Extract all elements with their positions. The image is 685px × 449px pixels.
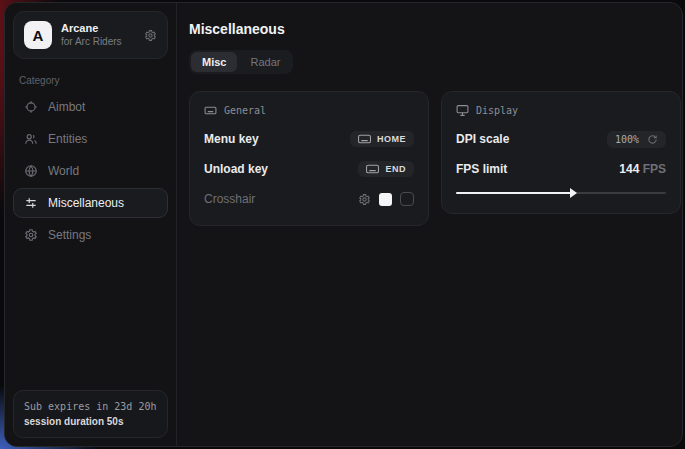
unload-key-button[interactable]: END: [358, 161, 414, 177]
tab-misc[interactable]: Misc: [191, 52, 237, 72]
sidebar-item-label: Aimbot: [48, 100, 85, 114]
dpi-scale-value: 100%: [615, 134, 639, 145]
panel-title: General: [224, 105, 266, 116]
display-panel: Display DPI scale 100% FPS limit: [441, 91, 681, 214]
crosshair-checkbox[interactable]: [400, 192, 414, 206]
crosshair-label: Crosshair: [204, 192, 255, 206]
slider-thumb[interactable]: [570, 188, 577, 198]
sub-expiry-text: Sub expires in 23d 20h: [24, 399, 157, 414]
sidebar-item-world[interactable]: World: [13, 156, 168, 186]
monitor-icon: [456, 104, 469, 117]
slider-fill: [456, 192, 572, 194]
sidebar-item-aimbot[interactable]: Aimbot: [13, 92, 168, 122]
fps-limit-slider[interactable]: [456, 187, 666, 199]
avatar: A: [24, 21, 52, 49]
tab-radar[interactable]: Radar: [239, 52, 291, 72]
keyboard-panel-icon: [204, 104, 217, 117]
crosshair-icon: [23, 100, 38, 114]
dpi-scale-row: DPI scale 100%: [456, 127, 666, 151]
subscription-card: Sub expires in 23d 20h session duration …: [13, 390, 168, 438]
sidebar-item-miscellaneous[interactable]: Miscellaneous: [13, 188, 168, 218]
app-subtitle: for Arc Riders: [61, 36, 135, 49]
profile-card: A Arcane for Arc Riders: [13, 11, 168, 59]
page-title: Miscellaneous: [189, 21, 681, 37]
app-title: Arcane: [61, 22, 135, 36]
sidebar-item-label: Settings: [48, 228, 91, 242]
fps-limit-label: FPS limit: [456, 162, 507, 176]
menu-key-row: Menu key HOME: [204, 127, 414, 151]
sidebar-item-label: World: [48, 164, 79, 178]
sidebar-item-label: Miscellaneous: [48, 196, 124, 210]
keyboard-icon: [358, 134, 371, 144]
profile-gear-icon[interactable]: [144, 29, 157, 42]
dpi-scale-label: DPI scale: [456, 132, 509, 146]
sidebar-nav: Aimbot Entities World: [13, 92, 168, 250]
sidebar-item-entities[interactable]: Entities: [13, 124, 168, 154]
unload-key-row: Unload key END: [204, 157, 414, 181]
app-window: A Arcane for Arc Riders Category: [4, 2, 683, 447]
refresh-icon[interactable]: [647, 134, 658, 145]
fps-limit-row: FPS limit 144 FPS: [456, 157, 666, 181]
sidebar-item-label: Entities: [48, 132, 87, 146]
entities-icon: [23, 132, 38, 146]
general-panel: General Menu key HOME Unload key: [189, 91, 429, 226]
fps-limit-value: 144 FPS: [619, 162, 666, 176]
menu-key-label: Menu key: [204, 132, 259, 146]
main-content: Miscellaneous Misc Radar General Menu ke…: [177, 3, 683, 446]
crosshair-color-swatch[interactable]: [379, 193, 392, 206]
session-duration-text: session duration 50s: [24, 414, 157, 429]
sliders-icon: [23, 196, 38, 210]
keyboard-icon: [366, 164, 379, 174]
sidebar: A Arcane for Arc Riders Category: [5, 3, 177, 446]
category-label: Category: [19, 75, 162, 86]
sidebar-item-settings[interactable]: Settings: [13, 220, 168, 250]
globe-icon: [23, 164, 38, 178]
dpi-scale-control[interactable]: 100%: [607, 131, 666, 148]
crosshair-row: Crosshair: [204, 187, 414, 211]
tab-bar: Misc Radar: [189, 50, 293, 74]
gear-icon: [23, 228, 38, 242]
menu-key-button[interactable]: HOME: [350, 131, 414, 147]
panel-title: Display: [476, 105, 518, 116]
crosshair-settings-gear-icon[interactable]: [358, 193, 371, 206]
unload-key-label: Unload key: [204, 162, 268, 176]
